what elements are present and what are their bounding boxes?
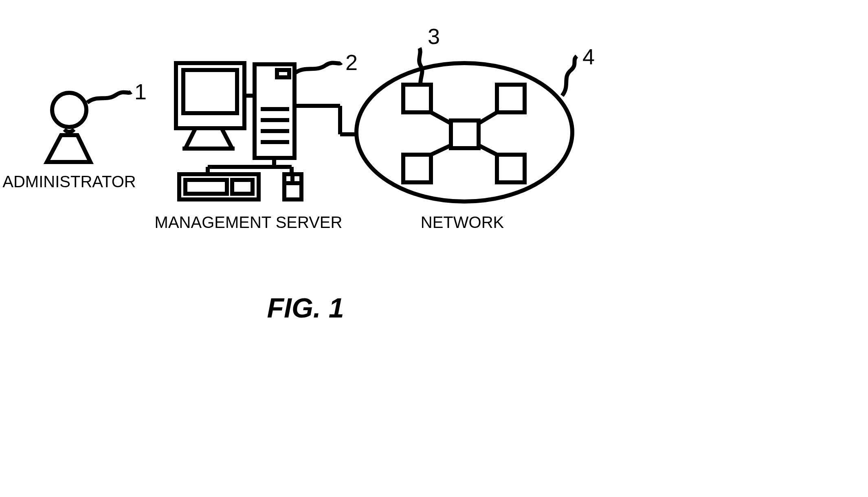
svg-rect-12: [232, 180, 253, 194]
network-node-top-right: [497, 85, 525, 112]
svg-line-23: [479, 145, 497, 155]
refnum-2: 2: [345, 50, 358, 74]
monitor-screen: [183, 70, 237, 113]
network-node-top-left: [403, 85, 431, 112]
svg-rect-3: [277, 70, 289, 77]
administrator-icon: [47, 93, 90, 162]
monitor-stand: [185, 128, 232, 149]
refnum-1: 1: [134, 79, 147, 104]
monitor-bezel: [176, 63, 244, 128]
leader-1: [87, 92, 131, 103]
network-hub-node: [451, 120, 479, 148]
refnum-4: 4: [582, 44, 595, 69]
figure-caption: FIG. 1: [267, 292, 344, 323]
network-cloud: [356, 63, 572, 201]
leader-2: [294, 63, 341, 73]
label-management-server: MANAGEMENT SERVER: [155, 213, 343, 231]
svg-point-0: [52, 93, 86, 127]
network-node-bottom-left: [403, 155, 431, 182]
server-to-network-cable: [294, 106, 358, 134]
svg-line-21: [479, 112, 497, 123]
svg-line-22: [431, 145, 451, 155]
label-network: NETWORK: [421, 213, 504, 231]
label-administrator: ADMINISTRATOR: [2, 173, 136, 190]
management-server-icon: [176, 63, 301, 199]
refnum-3: 3: [428, 24, 440, 48]
svg-line-20: [431, 112, 451, 123]
network-node-bottom-right: [497, 155, 525, 182]
svg-rect-11: [185, 180, 227, 194]
leader-4: [562, 56, 577, 96]
leader-3: [419, 48, 422, 85]
